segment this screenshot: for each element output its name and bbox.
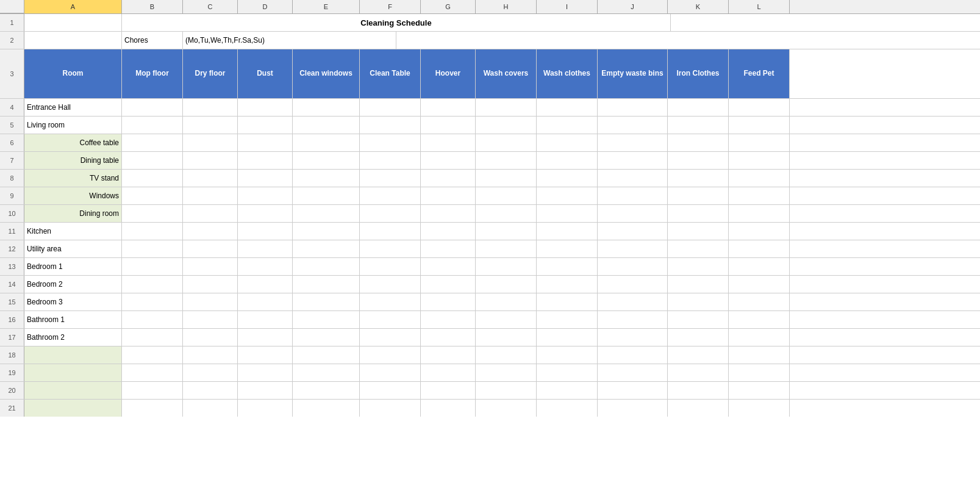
cell-5B[interactable] — [122, 117, 183, 134]
col-header-E[interactable]: E — [293, 0, 360, 13]
cell-21K[interactable] — [668, 400, 729, 417]
cell-19A[interactable] — [24, 364, 122, 381]
cell-13D[interactable] — [238, 258, 293, 275]
cell-4J[interactable] — [598, 99, 668, 116]
cell-12D[interactable] — [238, 240, 293, 257]
cell-19D[interactable] — [238, 364, 293, 381]
cell-3L[interactable]: Feed Pet — [729, 49, 790, 98]
cell-16C[interactable] — [183, 311, 238, 328]
cell-16D[interactable] — [238, 311, 293, 328]
cell-8H[interactable] — [476, 170, 537, 187]
cell-12G[interactable] — [421, 240, 476, 257]
cell-21D[interactable] — [238, 400, 293, 417]
cell-7J[interactable] — [598, 152, 668, 169]
cell-6K[interactable] — [668, 134, 729, 151]
cell-9B[interactable] — [122, 187, 183, 204]
cell-10D[interactable] — [238, 205, 293, 222]
cell-3E[interactable]: Clean windows — [293, 49, 360, 98]
cell-2C[interactable]: (Mo,Tu,We,Th,Fr.Sa,Su) — [183, 32, 396, 49]
cell-12B[interactable] — [122, 240, 183, 257]
cell-9E[interactable] — [293, 187, 360, 204]
cell-6J[interactable] — [598, 134, 668, 151]
cell-20B[interactable] — [122, 382, 183, 399]
cell-7B[interactable] — [122, 152, 183, 169]
cell-18D[interactable] — [238, 346, 293, 364]
cell-8A[interactable]: TV stand — [24, 170, 122, 187]
cell-5J[interactable] — [598, 117, 668, 134]
cell-15G[interactable] — [421, 293, 476, 310]
cell-10K[interactable] — [668, 205, 729, 222]
col-header-F[interactable]: F — [360, 0, 421, 13]
cell-11I[interactable] — [537, 223, 598, 240]
cell-19B[interactable] — [122, 364, 183, 381]
cell-7G[interactable] — [421, 152, 476, 169]
cell-9F[interactable] — [360, 187, 421, 204]
cell-7A[interactable]: Dining table — [24, 152, 122, 169]
cell-7C[interactable] — [183, 152, 238, 169]
cell-14D[interactable] — [238, 276, 293, 293]
cell-15F[interactable] — [360, 293, 421, 310]
cell-13E[interactable] — [293, 258, 360, 275]
cell-13G[interactable] — [421, 258, 476, 275]
cell-14E[interactable] — [293, 276, 360, 293]
cell-15B[interactable] — [122, 293, 183, 310]
cell-20I[interactable] — [537, 382, 598, 399]
cell-14K[interactable] — [668, 276, 729, 293]
cell-5A[interactable]: Living room — [24, 117, 122, 134]
cell-7I[interactable] — [537, 152, 598, 169]
cell-18F[interactable] — [360, 346, 421, 364]
cell-18G[interactable] — [421, 346, 476, 364]
cell-12E[interactable] — [293, 240, 360, 257]
cell-4B[interactable] — [122, 99, 183, 116]
cell-19E[interactable] — [293, 364, 360, 381]
cell-17J[interactable] — [598, 329, 668, 346]
cell-5K[interactable] — [668, 117, 729, 134]
cell-13K[interactable] — [668, 258, 729, 275]
cell-19H[interactable] — [476, 364, 537, 381]
cell-19G[interactable] — [421, 364, 476, 381]
cell-17E[interactable] — [293, 329, 360, 346]
cell-15J[interactable] — [598, 293, 668, 310]
cell-9D[interactable] — [238, 187, 293, 204]
cell-17D[interactable] — [238, 329, 293, 346]
cell-11J[interactable] — [598, 223, 668, 240]
cell-18H[interactable] — [476, 346, 537, 364]
cell-21E[interactable] — [293, 400, 360, 417]
cell-6F[interactable] — [360, 134, 421, 151]
cell-20A[interactable] — [24, 382, 122, 399]
cell-21A[interactable] — [24, 400, 122, 417]
cell-16F[interactable] — [360, 311, 421, 328]
cell-21L[interactable] — [729, 400, 790, 417]
cell-20L[interactable] — [729, 382, 790, 399]
cell-18K[interactable] — [668, 346, 729, 364]
cell-13B[interactable] — [122, 258, 183, 275]
cell-17B[interactable] — [122, 329, 183, 346]
cell-16E[interactable] — [293, 311, 360, 328]
cell-8K[interactable] — [668, 170, 729, 187]
cell-10L[interactable] — [729, 205, 790, 222]
cell-16H[interactable] — [476, 311, 537, 328]
col-header-I[interactable]: I — [537, 0, 598, 13]
cell-18L[interactable] — [729, 346, 790, 364]
col-header-L[interactable]: L — [729, 0, 790, 13]
cell-6B[interactable] — [122, 134, 183, 151]
cell-21J[interactable] — [598, 400, 668, 417]
cell-20D[interactable] — [238, 382, 293, 399]
cell-6I[interactable] — [537, 134, 598, 151]
cell-18A[interactable] — [24, 346, 122, 364]
cell-6D[interactable] — [238, 134, 293, 151]
cell-3C[interactable]: Dry floor — [183, 49, 238, 98]
cell-9G[interactable] — [421, 187, 476, 204]
cell-12J[interactable] — [598, 240, 668, 257]
cell-21C[interactable] — [183, 400, 238, 417]
cell-18E[interactable] — [293, 346, 360, 364]
cell-17F[interactable] — [360, 329, 421, 346]
cell-16J[interactable] — [598, 311, 668, 328]
cell-6L[interactable] — [729, 134, 790, 151]
cell-6G[interactable] — [421, 134, 476, 151]
cell-5H[interactable] — [476, 117, 537, 134]
cell-11G[interactable] — [421, 223, 476, 240]
cell-15H[interactable] — [476, 293, 537, 310]
cell-8L[interactable] — [729, 170, 790, 187]
col-header-K[interactable]: K — [668, 0, 729, 13]
